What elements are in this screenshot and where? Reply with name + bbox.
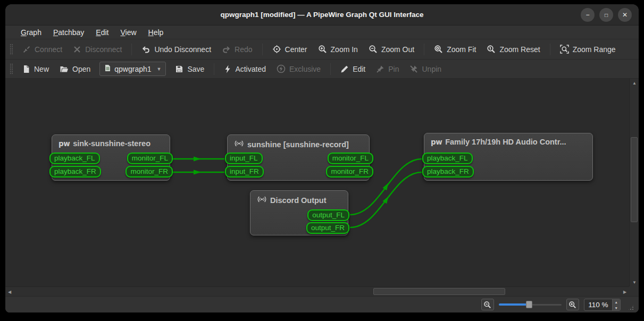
zoom-slider-handle[interactable]	[526, 301, 532, 308]
maximize-icon: □	[605, 12, 608, 18]
zoom-in-button[interactable]: Zoom In	[313, 42, 363, 56]
new-file-icon	[22, 65, 30, 73]
zoom-range-icon	[560, 45, 569, 54]
pin-label: Pin	[388, 65, 399, 73]
toolbar-drag-handle[interactable]	[10, 63, 13, 75]
port-output-fl[interactable]: output_FL	[307, 209, 349, 221]
vertical-scroll-thumb[interactable]	[631, 137, 638, 222]
zoom-reset-icon	[487, 45, 496, 54]
menu-edit[interactable]: Edit	[90, 27, 114, 38]
zoom-reset-button[interactable]: Zoom Reset	[482, 42, 545, 56]
titlebar: qpwgraph1 [modified] — A PipeWire Graph …	[5, 4, 639, 26]
menu-graph[interactable]: Graph	[15, 27, 47, 38]
node-sunshine[interactable]: sunshine [sunshine-record] input_FL inpu…	[227, 134, 370, 181]
port-monitor-fr[interactable]: monitor_FR	[126, 166, 173, 178]
pipewire-icon: pw	[58, 139, 70, 148]
zoom-slider[interactable]	[499, 300, 562, 309]
zoom-percent-spinbox[interactable]: 110 % ▲ ▼	[584, 299, 621, 311]
center-button[interactable]: Center	[267, 42, 312, 56]
toolbar-main: Connect Disconnect Undo Disconnect Redo …	[5, 39, 639, 60]
undo-disconnect-button[interactable]: Undo Disconnect	[137, 43, 216, 56]
activated-button[interactable]: Activated	[219, 62, 271, 76]
port-playback-fr[interactable]: playback_FR	[422, 166, 474, 178]
spin-up-button[interactable]: ▲	[613, 299, 620, 306]
node-sink-sunshine-stereo[interactable]: pw sink-sunshine-stereo playback_FL play…	[52, 134, 170, 181]
edit-button[interactable]: Edit	[336, 62, 370, 76]
redo-button[interactable]: Redo	[217, 43, 257, 56]
toolbar-separator	[550, 44, 550, 55]
statusbar-zoom-out-button[interactable]	[481, 299, 494, 310]
menu-view[interactable]: View	[114, 27, 142, 38]
new-label: New	[34, 65, 49, 73]
window-title: qpwgraph1 [modified] — A PipeWire Graph …	[220, 11, 423, 19]
port-playback-fl[interactable]: playback_FL	[49, 153, 100, 164]
maximize-button[interactable]: □	[599, 8, 613, 22]
zoom-reset-label: Zoom Reset	[499, 45, 540, 54]
menubar: Graph Patchbay Edit View Help	[5, 26, 639, 39]
open-label: Open	[72, 65, 90, 73]
toolbar-separator	[330, 63, 331, 75]
close-button[interactable]: ✕	[618, 8, 632, 22]
scroll-down-button[interactable]: ▼	[630, 278, 639, 286]
window-resize-grip[interactable]	[628, 304, 634, 311]
node-title: sunshine [sunshine-record]	[247, 140, 349, 149]
toolbar-separator	[262, 44, 263, 55]
statusbar-zoom-in-button[interactable]	[566, 299, 579, 310]
minimize-button[interactable]: −	[581, 8, 595, 22]
port-output-fr[interactable]: output_FR	[306, 222, 349, 234]
node-header: pw Family 17h/19h HD Audio Contr...	[424, 133, 592, 148]
horizontal-scrollbar: ◀ ▶	[5, 286, 629, 296]
toolbar-patchbay: New Open qpwgraph1 ▼ Save Activated	[5, 60, 639, 79]
zoom-fit-button[interactable]: Zoom Fit	[429, 42, 481, 56]
scroll-right-button[interactable]: ▶	[621, 287, 629, 296]
node-header: pw sink-sunshine-stereo	[52, 135, 170, 150]
exclusive-button[interactable]: Exclusive	[272, 62, 325, 76]
port-playback-fr[interactable]: playback_FR	[49, 166, 101, 178]
port-input-fr[interactable]: input_FR	[225, 166, 264, 178]
port-monitor-fl[interactable]: monitor_FL	[328, 153, 373, 164]
statusbar: 110 % ▲ ▼	[5, 296, 639, 312]
port-playback-fl[interactable]: playback_FL	[422, 153, 473, 164]
zoom-out-button[interactable]: Zoom Out	[364, 42, 419, 56]
new-button[interactable]: New	[18, 62, 54, 76]
unpin-button[interactable]: Unpin	[405, 62, 446, 76]
connection-wires	[5, 79, 629, 286]
toolbar-drag-handle[interactable]	[10, 44, 13, 55]
spinner-arrows: ▲ ▼	[612, 299, 620, 310]
window-controls: − □ ✕	[581, 8, 632, 22]
menu-patchbay[interactable]: Patchbay	[47, 27, 90, 38]
patchbay-file-selector[interactable]: qpwgraph1 ▼	[99, 62, 166, 76]
horizontal-scroll-thumb[interactable]	[373, 288, 505, 295]
menu-help[interactable]: Help	[143, 27, 170, 38]
zoom-fit-icon	[434, 45, 443, 54]
disconnect-button[interactable]: Disconnect	[68, 43, 127, 56]
port-input-fl[interactable]: input_FL	[225, 153, 263, 164]
zoom-out-icon	[483, 301, 491, 309]
zoom-in-icon	[318, 45, 327, 54]
zoom-in-label: Zoom In	[331, 45, 358, 54]
port-monitor-fr[interactable]: monitor_FR	[326, 166, 373, 178]
zoom-range-button[interactable]: Zoom Range	[555, 42, 621, 56]
scroll-left-button[interactable]: ◀	[5, 287, 14, 296]
spin-down-button[interactable]: ▼	[613, 305, 620, 310]
open-button[interactable]: Open	[55, 62, 95, 76]
patchbay-file-icon	[104, 64, 111, 73]
pin-button[interactable]: Pin	[371, 62, 404, 76]
center-label: Center	[285, 45, 307, 54]
graph-canvas[interactable]: pw sink-sunshine-stereo playback_FL play…	[5, 79, 629, 286]
patchbay-file-name: qpwgraph1	[114, 65, 151, 73]
zoom-out-icon	[369, 45, 378, 54]
node-family-hd-audio[interactable]: pw Family 17h/19h HD Audio Contr... play…	[424, 133, 593, 181]
connect-label: Connect	[35, 45, 62, 54]
port-monitor-fl[interactable]: monitor_FL	[127, 153, 173, 164]
center-icon	[272, 45, 281, 54]
graph-view: pw sink-sunshine-stereo playback_FL play…	[5, 79, 639, 296]
vertical-scrollbar: ▲ ▼	[629, 79, 639, 286]
node-title: Discord Output	[270, 196, 327, 205]
node-discord-output[interactable]: Discord Output output_FL output_FR	[250, 190, 348, 235]
save-button[interactable]: Save	[170, 62, 209, 76]
redo-label: Redo	[235, 45, 252, 54]
scroll-up-button[interactable]: ▲	[630, 79, 639, 87]
connect-button[interactable]: Connect	[18, 43, 67, 56]
scrollbar-corner	[629, 286, 639, 296]
